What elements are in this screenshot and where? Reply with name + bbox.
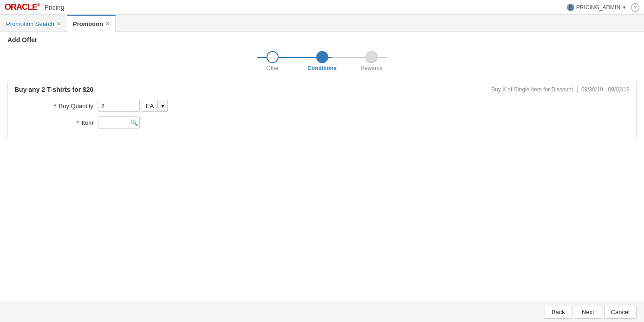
wizard-step-conditions-circle <box>316 51 328 63</box>
oracle-logo: ORACLE® <box>5 2 40 12</box>
tab-promotion-search[interactable]: Promotion Search ✕ <box>0 15 67 32</box>
tab-promotion-search-label: Promotion Search <box>6 20 54 27</box>
wizard-track: Offer Conditions Rewards <box>248 51 397 71</box>
item-label: * Item <box>42 119 98 126</box>
offer-title: Buy any 2 T-shirts for $20 <box>14 86 93 93</box>
wizard-step-rewards-circle <box>365 51 377 63</box>
wizard-step-offer[interactable]: Offer <box>248 51 298 71</box>
help-icon[interactable]: ? <box>631 3 639 12</box>
item-search-wrapper: 🔍 <box>98 116 140 129</box>
buy-quantity-required-star: * <box>54 103 56 109</box>
form-area: * Buy Quantity EA ▼ * Item 🔍 <box>14 93 630 129</box>
wizard-step-rewards[interactable]: Rewards <box>347 51 397 71</box>
offer-meta-separator: | <box>576 86 579 93</box>
search-icon: 🔍 <box>130 119 138 126</box>
wizard-step-rewards-label: Rewards <box>361 65 383 71</box>
unit-display: EA <box>142 100 157 112</box>
unit-dropdown-button[interactable]: ▼ <box>157 100 168 112</box>
tab-promotion-search-close-icon[interactable]: ✕ <box>57 21 61 26</box>
wizard-step-offer-circle <box>267 51 279 63</box>
offer-type: Buy X of Single Item for Discount <box>491 86 573 93</box>
user-menu-chevron-icon: ▼ <box>622 5 626 10</box>
unit-select-wrapper: EA ▼ <box>142 100 168 112</box>
tab-promotion-close-icon[interactable]: ✕ <box>105 21 110 26</box>
tab-promotion-label: Promotion <box>73 20 103 27</box>
main-content: Add Offer Offer Conditions Rewards Buy a… <box>0 32 644 150</box>
offer-meta: Buy X of Single Item for Discount | 08/3… <box>491 86 630 93</box>
wizard-step-conditions-label: Conditions <box>307 65 337 71</box>
buy-quantity-input[interactable] <box>98 100 140 112</box>
oracle-wordmark: ORACLE® <box>5 2 40 12</box>
buy-quantity-label: * Buy Quantity <box>42 103 98 109</box>
header-right: 👤 PRICING_ADMIN ▼ ? <box>567 3 639 12</box>
app-title: Pricing <box>45 4 65 11</box>
item-required-star: * <box>77 119 79 126</box>
app-header: ORACLE® Pricing 👤 PRICING_ADMIN ▼ ? <box>0 0 644 15</box>
tab-promotion[interactable]: Promotion ✕ <box>67 15 116 32</box>
item-search-icon-button[interactable]: 🔍 <box>130 120 138 126</box>
buy-quantity-row: * Buy Quantity EA ▼ <box>14 100 630 112</box>
wizard-step-conditions[interactable]: Conditions <box>297 51 347 71</box>
wizard-steps: Offer Conditions Rewards <box>7 51 637 71</box>
offer-date-range: 08/30/19 - 09/02/19 <box>581 86 630 93</box>
page-title: Add Offer <box>7 36 637 44</box>
offer-section: Buy any 2 T-shirts for $20 Buy X of Sing… <box>7 81 637 138</box>
user-info[interactable]: 👤 PRICING_ADMIN ▼ <box>567 4 626 11</box>
user-icon: 👤 <box>567 4 574 11</box>
offer-header: Buy any 2 T-shirts for $20 Buy X of Sing… <box>14 86 630 93</box>
item-row: * Item 🔍 <box>14 116 630 129</box>
tab-bar: Promotion Search ✕ Promotion ✕ <box>0 15 644 32</box>
wizard-step-offer-label: Offer <box>267 65 279 71</box>
header-left: ORACLE® Pricing <box>5 2 64 12</box>
username-label: PRICING_ADMIN <box>576 4 620 11</box>
